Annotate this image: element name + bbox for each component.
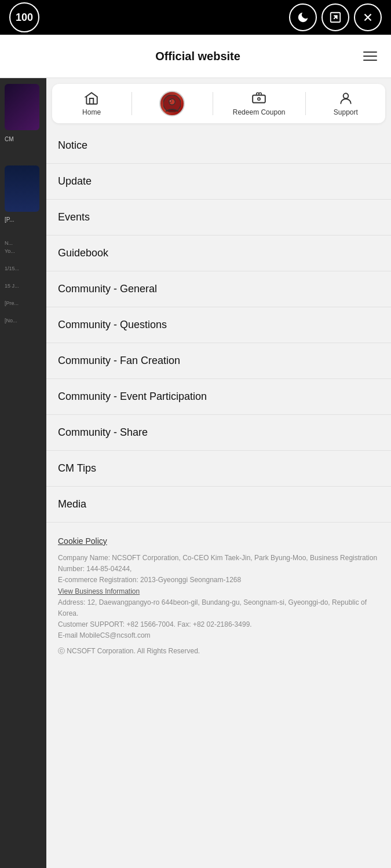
nav-divider-2 <box>213 92 213 115</box>
menu-item-community-share[interactable]: Community - Share <box>46 415 391 451</box>
avatar-image <box>163 95 181 112</box>
moon-icon <box>297 11 309 24</box>
view-business-link[interactable]: View Business Information <box>58 587 140 595</box>
avatar <box>159 91 185 116</box>
page-title: Official website <box>35 50 361 63</box>
home-label: Home <box>82 108 101 116</box>
footer-copyright: ⓒ NCSOFT Corporation. All Rights Reserve… <box>58 646 379 656</box>
bg-date-2: 1/15... <box>5 266 42 271</box>
menu-item-community-general[interactable]: Community - General <box>46 271 391 307</box>
nav-profile[interactable] <box>152 91 192 116</box>
menu-footer: Cookie Policy Company Name: NCSOFT Corpo… <box>46 523 391 670</box>
cookie-policy-link[interactable]: Cookie Policy <box>58 536 379 546</box>
background-peek: CM [P... N... Yo... 1/15... 15 J... [Pre… <box>0 78 46 868</box>
nav-support[interactable]: Support <box>326 91 366 116</box>
bg-card-2 <box>5 165 39 212</box>
svg-point-9 <box>344 93 349 98</box>
menu-item-update[interactable]: Update <box>46 164 391 200</box>
menu-item-community-fan[interactable]: Community - Fan Creation <box>46 343 391 379</box>
home-icon <box>84 91 99 106</box>
bg-card-1 <box>5 84 39 130</box>
menu-item-notice[interactable]: Notice <box>46 128 391 164</box>
redeem-label: Redeem Coupon <box>233 108 286 116</box>
moon-button[interactable] <box>289 3 317 31</box>
menu-item-community-event[interactable]: Community - Event Participation <box>46 379 391 415</box>
share-icon <box>329 11 342 24</box>
support-icon <box>338 91 353 106</box>
nav-icons-row: Home Re <box>52 84 385 123</box>
close-icon <box>361 11 374 24</box>
status-bar: 100 <box>0 0 391 35</box>
browser-bar: Official website <box>0 35 391 78</box>
menu-item-media[interactable]: Media <box>46 487 391 523</box>
svg-point-6 <box>169 100 172 102</box>
main-area: CM [P... N... Yo... 1/15... 15 J... [Pre… <box>0 78 391 868</box>
nav-home[interactable]: Home <box>71 91 112 116</box>
menu-item-cm-tips[interactable]: CM Tips <box>46 451 391 487</box>
menu-panel: Home Re <box>46 78 391 868</box>
bg-desc-1: Yo... <box>5 248 42 254</box>
bg-label-no: [No... <box>5 318 42 323</box>
footer-company: Company Name: NCSOFT Corporation, Co-CEO… <box>58 553 379 642</box>
nav-divider-3 <box>305 92 306 115</box>
menu-item-events[interactable]: Events <box>46 200 391 236</box>
share-button[interactable] <box>321 3 349 31</box>
redeem-icon <box>251 91 266 106</box>
close-button[interactable] <box>354 3 382 31</box>
bg-label-1: CM <box>5 136 42 142</box>
bg-label-2: [P... <box>5 216 42 223</box>
svg-point-8 <box>258 98 260 100</box>
support-label: Support <box>334 108 358 116</box>
bg-label-pre: [Pre... <box>5 300 42 306</box>
menu-list: NoticeUpdateEventsGuidebookCommunity - G… <box>46 128 391 523</box>
hamburger-button[interactable] <box>361 49 379 63</box>
menu-item-guidebook[interactable]: Guidebook <box>46 236 391 271</box>
bg-date-1: N... <box>5 240 42 246</box>
level-badge: 100 <box>9 2 39 32</box>
bg-date-3: 15 J... <box>5 283 42 289</box>
nav-divider-1 <box>131 92 132 115</box>
nav-redeem[interactable]: Redeem Coupon <box>233 91 286 116</box>
menu-item-community-questions[interactable]: Community - Questions <box>46 307 391 343</box>
svg-rect-7 <box>253 95 265 103</box>
